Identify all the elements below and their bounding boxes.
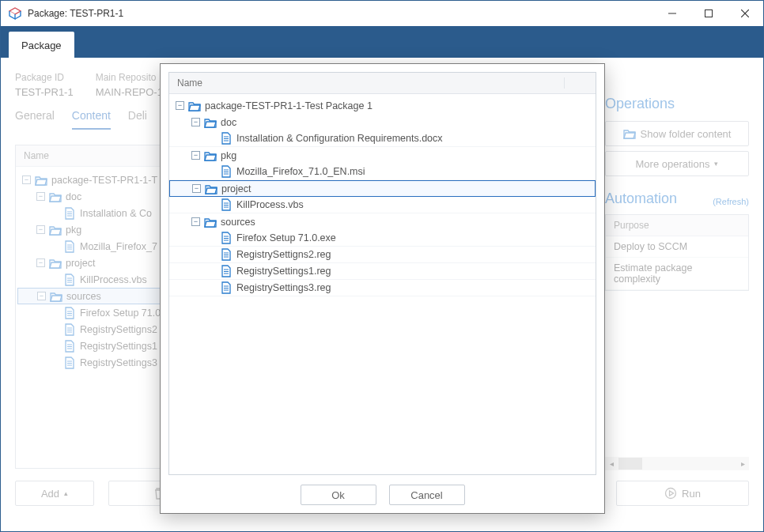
content: Package ID TEST-PR1-1 Main Reposito MAIN… — [1, 58, 763, 531]
modal-actions: Ok Cancel — [168, 475, 596, 505]
collapse-icon[interactable]: − — [191, 217, 200, 226]
modal-row-pkg[interactable]: −pkg — [169, 147, 596, 164]
modal-tree-panel: Name −package-TEST-PR1-1-Test Package 1 … — [168, 72, 596, 475]
modal-row-pkg-file[interactable]: Mozilla_Firefox_71.0_EN.msi — [169, 164, 596, 180]
modal-row-doc-file[interactable]: Installation & Configuration Requirement… — [169, 130, 596, 147]
select-folder-modal: Name −package-TEST-PR1-1-Test Package 1 … — [160, 63, 605, 514]
ok-button[interactable]: Ok — [301, 485, 376, 505]
maximize-button[interactable] — [690, 1, 727, 26]
file-icon — [220, 198, 233, 211]
svg-rect-1 — [705, 10, 713, 17]
modal-tree-header: Name — [169, 73, 596, 94]
folder-open-icon — [205, 183, 217, 195]
window-title: Package: TEST-PR1-1 — [28, 8, 123, 19]
file-icon — [220, 281, 233, 294]
modal-row-s1[interactable]: Firefox Setup 71.0.exe — [169, 230, 596, 247]
file-icon — [220, 265, 233, 277]
file-icon — [220, 248, 233, 261]
folder-open-icon — [204, 216, 217, 228]
window: Package: TEST-PR1-1 Package Package ID T… — [0, 0, 764, 532]
modal-row-s3[interactable]: RegistrySettings1.reg — [169, 263, 596, 280]
modal-row-project[interactable]: −project — [169, 180, 596, 197]
collapse-icon[interactable]: − — [176, 101, 184, 110]
cancel-button[interactable]: Cancel — [389, 485, 465, 505]
modal-tree-body: −package-TEST-PR1-1-Test Package 1 −doc … — [169, 94, 596, 474]
titlebar: Package: TEST-PR1-1 — [1, 1, 763, 26]
file-icon — [220, 165, 233, 178]
collapse-icon[interactable]: − — [192, 184, 201, 193]
modal-row-root[interactable]: −package-TEST-PR1-1-Test Package 1 — [169, 97, 596, 114]
close-button[interactable] — [727, 1, 763, 26]
folder-open-icon — [204, 149, 217, 162]
modal-row-s2[interactable]: RegistrySettigns2.reg — [169, 247, 596, 263]
minimize-button[interactable] — [654, 1, 690, 26]
file-icon — [220, 232, 233, 244]
ribbon-tab-package[interactable]: Package — [9, 32, 74, 58]
collapse-icon[interactable]: − — [191, 151, 200, 160]
file-icon — [220, 132, 233, 145]
ribbon-bar: Package — [1, 26, 763, 58]
folder-open-icon — [188, 100, 201, 112]
modal-row-project-file[interactable]: KillProcess.vbs — [169, 197, 596, 213]
modal-row-doc[interactable]: −doc — [169, 114, 596, 130]
modal-row-sources[interactable]: −sources — [169, 213, 596, 230]
modal-row-s4[interactable]: RegistrySettings3.reg — [169, 280, 596, 296]
folder-open-icon — [204, 116, 217, 129]
app-icon — [9, 7, 21, 20]
collapse-icon[interactable]: − — [191, 118, 200, 126]
